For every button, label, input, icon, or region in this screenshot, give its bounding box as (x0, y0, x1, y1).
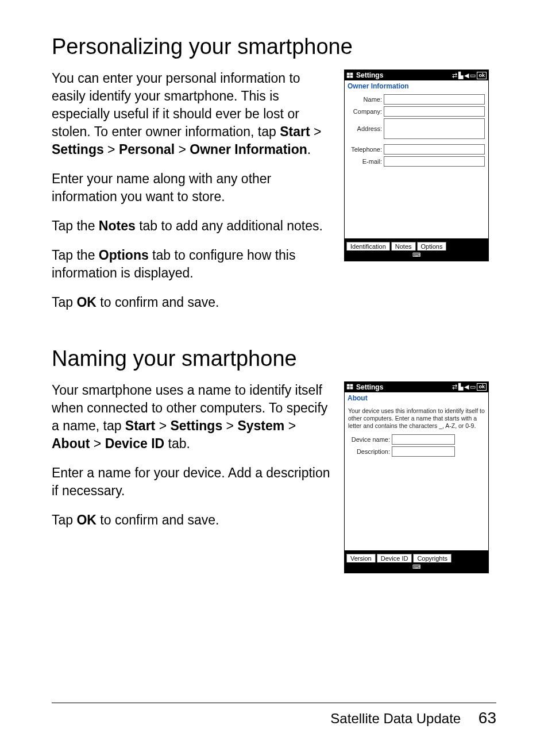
description-input[interactable] (392, 446, 455, 457)
path-start: Start (280, 124, 310, 139)
volume-icon: ◀ (464, 383, 469, 391)
label-address: Address: (348, 125, 384, 132)
screen-subheader: Owner Information (345, 80, 488, 92)
text: Tap (52, 512, 76, 527)
label-name: Name: (348, 96, 384, 103)
text-column-2: Your smartphone uses a name to identify … (52, 381, 334, 573)
softkey-bar: ⌨ (345, 562, 488, 573)
para-2: Enter your name along with any other inf… (52, 170, 334, 206)
para-5: Tap OK to confirm and save. (52, 294, 334, 311)
para-3: Tap the Notes tab to add any additional … (52, 217, 334, 235)
path-settings: Settings (52, 142, 104, 157)
titlebar: Settings ⇄ ▙ ◀ ▭ ok (345, 382, 488, 392)
heading-personalizing: Personalizing your smartphone (52, 34, 496, 59)
ok-button[interactable]: ok (477, 383, 487, 391)
keyboard-icon[interactable]: ⌨ (412, 564, 420, 570)
text: tab. (164, 436, 190, 451)
tab-bar: Identification Notes Options (345, 238, 488, 250)
tab-identification[interactable]: Identification (346, 242, 390, 250)
window-title: Settings (356, 71, 452, 79)
btn-ref-ok: OK (76, 512, 97, 527)
window-title: Settings (356, 383, 452, 391)
para-2: Enter a name for your device. Add a desc… (52, 464, 334, 500)
text: You can enter your personal information … (52, 71, 300, 139)
name-input[interactable] (384, 94, 485, 105)
tab-copyrights[interactable]: Copyrights (413, 554, 451, 562)
tab-options[interactable]: Options (417, 242, 447, 250)
svg-rect-3 (350, 75, 353, 78)
para-1: You can enter your personal information … (52, 70, 334, 159)
telephone-input[interactable] (384, 144, 485, 155)
svg-rect-2 (347, 75, 350, 78)
tab-device-id[interactable]: Device ID (377, 554, 412, 562)
path-system: System (237, 418, 284, 433)
connectivity-icon: ⇄ (452, 383, 457, 391)
para-3: Tap OK to confirm and save. (52, 511, 334, 529)
windows-flag-icon (346, 383, 354, 391)
softkey-bar: ⌨ (345, 250, 488, 261)
svg-rect-4 (347, 384, 350, 387)
tab-notes[interactable]: Notes (391, 242, 416, 250)
svg-rect-1 (350, 72, 353, 75)
para-1: Your smartphone uses a name to identify … (52, 381, 334, 453)
btn-ref-ok: OK (76, 295, 97, 310)
sep: > (284, 418, 296, 433)
svg-rect-5 (350, 384, 353, 387)
sep: > (90, 436, 105, 451)
ok-button[interactable]: ok (477, 72, 487, 79)
text-column-1: You can enter your personal information … (52, 70, 334, 323)
email-input[interactable] (384, 156, 485, 167)
sep: > (310, 124, 322, 139)
volume-icon: ◀ (464, 72, 469, 79)
label-email: E-mail: (348, 158, 384, 165)
footer-section-title: Satellite Data Update (330, 711, 461, 726)
sep: > (222, 418, 237, 433)
label-description: Description: (348, 448, 392, 455)
connectivity-icon: ⇄ (452, 72, 457, 79)
device-name-input[interactable] (392, 434, 455, 445)
svg-rect-0 (347, 72, 350, 75)
svg-rect-7 (350, 387, 353, 389)
path-owner-information: Owner Information (190, 142, 307, 157)
system-tray: ⇄ ▙ ◀ ▭ ok (452, 383, 487, 391)
about-description: Your device uses this information to ide… (348, 406, 485, 434)
path-start: Start (125, 418, 155, 433)
screenshot-owner-info: Settings ⇄ ▙ ◀ ▭ ok Owner Information Na… (344, 70, 489, 261)
form-area: Name: Company: Address: Telephone: E-mai… (345, 92, 488, 238)
text: Tap the (52, 218, 99, 233)
address-input[interactable] (384, 118, 485, 139)
path-settings: Settings (170, 418, 222, 433)
text: to confirm and save. (97, 295, 219, 310)
svg-rect-6 (347, 387, 350, 389)
sep: > (175, 142, 190, 157)
titlebar: Settings ⇄ ▙ ◀ ▭ ok (345, 70, 488, 80)
company-input[interactable] (384, 106, 485, 117)
sep: > (104, 142, 119, 157)
tab-bar: Version Device ID Copyrights (345, 550, 488, 562)
label-telephone: Telephone: (348, 146, 384, 153)
label-company: Company: (348, 108, 384, 115)
keyboard-icon[interactable]: ⌨ (412, 252, 420, 258)
text: . (307, 142, 311, 157)
screenshot-about: Settings ⇄ ▙ ◀ ▭ ok About Your device us… (344, 381, 489, 573)
path-about: About (52, 436, 90, 451)
heading-naming: Naming your smartphone (52, 346, 496, 371)
path-device-id: Device ID (105, 436, 165, 451)
page-number: 63 (478, 709, 496, 727)
signal-icon: ▙ (458, 72, 463, 79)
tab-ref-notes: Notes (99, 218, 136, 233)
system-tray: ⇄ ▙ ◀ ▭ ok (452, 72, 487, 79)
path-personal: Personal (119, 142, 175, 157)
para-4: Tap the Options tab to configure how thi… (52, 246, 334, 282)
tab-version[interactable]: Version (346, 554, 376, 562)
windows-flag-icon (346, 72, 354, 79)
page-footer: Satellite Data Update 63 (52, 703, 496, 727)
text: to confirm and save. (97, 512, 219, 527)
text: Tap (52, 295, 76, 310)
sep: > (155, 418, 170, 433)
signal-icon: ▙ (458, 383, 463, 391)
form-area: Your device uses this information to ide… (345, 404, 488, 550)
label-device-name: Device name: (348, 436, 392, 443)
tab-ref-options: Options (99, 248, 149, 263)
screen-subheader: About (345, 392, 488, 404)
